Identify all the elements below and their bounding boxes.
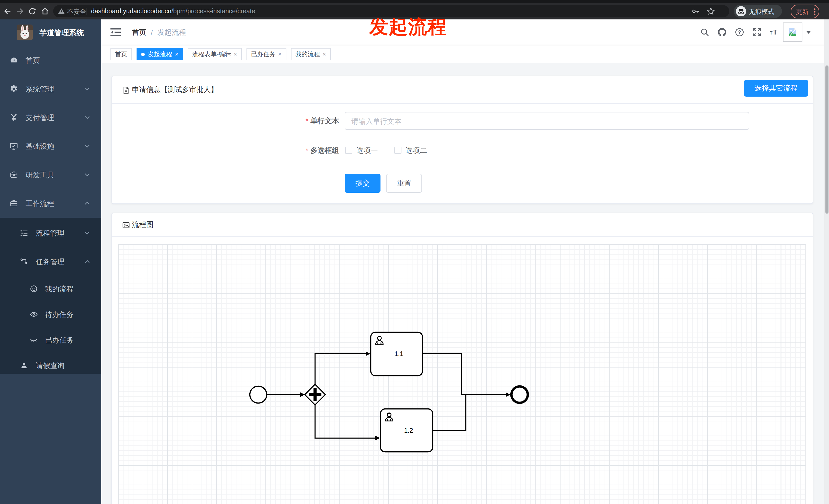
arrowhead bbox=[506, 392, 510, 397]
diagram-card-title: 流程图 bbox=[132, 220, 153, 230]
choose-other-process-button[interactable]: 选择其它流程 bbox=[744, 80, 808, 96]
reload-icon[interactable] bbox=[28, 7, 36, 15]
url-path: /bpm/process-instance/create bbox=[171, 8, 255, 15]
text-field-label: *单行文本 bbox=[112, 117, 339, 126]
document-icon bbox=[122, 86, 130, 94]
bookmark-star-icon[interactable] bbox=[707, 7, 715, 15]
checkbox-option-2[interactable] bbox=[394, 147, 401, 154]
tag-tab-create-process[interactable]: 发起流程× bbox=[137, 48, 183, 60]
gear-icon bbox=[10, 85, 18, 93]
single-line-text-input[interactable] bbox=[345, 112, 749, 130]
url-host: dashboard.yudao.iocoder.cn bbox=[91, 8, 171, 15]
browser-update-button[interactable]: 更新 bbox=[791, 5, 819, 18]
avatar-caret-down-icon[interactable] bbox=[806, 31, 811, 34]
user-avatar[interactable] bbox=[783, 23, 802, 42]
sidebar-item-payment[interactable]: 支付管理 bbox=[0, 103, 101, 132]
sidebar-item-todo-tasks[interactable]: 待办任务 bbox=[0, 302, 101, 327]
browser-tabstrip bbox=[0, 0, 829, 3]
sidebar-item-label: 研发工具 bbox=[26, 171, 54, 180]
github-icon[interactable] bbox=[718, 28, 727, 37]
task-1-2-label: 1.2 bbox=[404, 427, 413, 434]
yen-icon bbox=[10, 114, 18, 122]
apply-card-header: 申请信息【测试多审批人】 选择其它流程 bbox=[112, 76, 813, 104]
sidebar-item-label: 工作流程 bbox=[26, 199, 54, 208]
help-icon[interactable]: ? bbox=[735, 28, 744, 37]
image-icon bbox=[122, 221, 130, 229]
sidebar-fold-icon[interactable] bbox=[110, 28, 121, 37]
chevron-up-icon bbox=[84, 260, 90, 264]
checkbox-option-1[interactable] bbox=[345, 147, 352, 154]
breadcrumb-home[interactable]: 首页 bbox=[132, 28, 146, 36]
sidebar-item-home[interactable]: 首页 bbox=[0, 46, 101, 75]
chevron-down-icon bbox=[84, 87, 90, 91]
logo-avatar bbox=[17, 25, 33, 40]
close-icon[interactable]: × bbox=[234, 51, 237, 58]
app-title: 芋道管理系统 bbox=[39, 28, 84, 38]
page-scrollbar[interactable] bbox=[824, 20, 829, 504]
checkbox-option-1-label[interactable]: 选项一 bbox=[356, 146, 378, 155]
sidebar-item-label: 首页 bbox=[26, 56, 40, 66]
rabbit-logo-icon bbox=[17, 25, 33, 40]
security-label[interactable]: 不安全 bbox=[67, 8, 86, 16]
bpmn-diagram: 1.1 1.2 bbox=[118, 244, 806, 504]
home-icon[interactable] bbox=[41, 7, 49, 15]
diagram-card-header: 流程图 bbox=[112, 213, 813, 237]
update-label[interactable]: 更新 bbox=[796, 8, 808, 16]
font-size-icon[interactable]: TT bbox=[770, 28, 779, 37]
flow-gateway-to-task2 bbox=[315, 404, 375, 438]
apply-info-card: 申请信息【测试多审批人】 选择其它流程 *单行文本 *多选框组 选项一 选项二 … bbox=[111, 76, 813, 204]
not-secure-warning-icon bbox=[58, 8, 65, 15]
bpmn-end-event bbox=[511, 386, 528, 403]
screenshot-stage: 不安全 dashboard.yudao.iocoder.cn/bpm/proce… bbox=[0, 0, 829, 504]
active-dot bbox=[141, 52, 145, 56]
broken-image-icon bbox=[788, 27, 798, 37]
scrollbar-thumb[interactable] bbox=[825, 66, 828, 214]
reset-button[interactable]: 重置 bbox=[386, 174, 422, 193]
monitor-icon bbox=[10, 142, 18, 150]
chevron-down-icon bbox=[84, 116, 90, 120]
tag-tab-home[interactable]: 首页 bbox=[110, 48, 132, 60]
sidebar-item-label: 流程管理 bbox=[36, 229, 65, 238]
tag-tab-my-process[interactable]: 我的流程× bbox=[291, 48, 331, 60]
sidebar-item-devtools[interactable]: 研发工具 bbox=[0, 160, 101, 189]
sidebar-item-label: 我的流程 bbox=[45, 285, 74, 294]
sidebar-item-done-tasks[interactable]: 已办任务 bbox=[0, 327, 101, 353]
password-key-icon[interactable] bbox=[691, 7, 699, 15]
breadcrumb-separator: / bbox=[151, 28, 153, 36]
checkbox-option-2-label[interactable]: 选项二 bbox=[405, 146, 427, 155]
close-icon[interactable]: × bbox=[175, 51, 178, 58]
sidebar-item-my-process[interactable]: 我的流程 bbox=[0, 276, 101, 302]
close-icon[interactable]: × bbox=[278, 51, 282, 58]
sidebar-item-system[interactable]: 系统管理 bbox=[0, 75, 101, 103]
url-text[interactable]: dashboard.yudao.iocoder.cn/bpm/process-i… bbox=[91, 8, 255, 15]
bpmn-canvas[interactable]: 1.1 1.2 bbox=[118, 244, 806, 504]
url-divider bbox=[86, 8, 86, 15]
required-mark: * bbox=[305, 117, 309, 125]
tags-view-bar: 首页 发起流程× 流程表单-编辑× 已办任务× 我的流程× bbox=[101, 45, 829, 64]
sidebar-item-leave-query[interactable]: 请假查询 bbox=[0, 353, 101, 378]
flow-task1-to-end bbox=[423, 354, 506, 395]
sidebar-item-infrastructure[interactable]: 基础设施 bbox=[0, 132, 101, 160]
task-1-1-label: 1.1 bbox=[395, 350, 403, 357]
incognito-label: 无痕模式 bbox=[749, 8, 774, 16]
sidebar-item-workflow[interactable]: 工作流程 bbox=[0, 189, 101, 218]
search-icon[interactable] bbox=[700, 28, 709, 37]
chevron-down-icon bbox=[84, 173, 90, 177]
fullscreen-icon[interactable] bbox=[752, 28, 761, 37]
tag-tab-done-tasks[interactable]: 已办任务× bbox=[246, 48, 286, 60]
chevron-down-icon bbox=[84, 144, 90, 148]
submit-button[interactable]: 提交 bbox=[345, 174, 381, 193]
browser-menu-icon[interactable] bbox=[814, 8, 816, 15]
sidebar-item-task-mgmt[interactable]: 任务管理 bbox=[0, 247, 101, 276]
chevron-up-icon bbox=[84, 201, 90, 205]
page-content: 申请信息【测试多审批人】 选择其它流程 *单行文本 *多选框组 选项一 选项二 … bbox=[101, 63, 824, 504]
tag-tab-form-edit[interactable]: 流程表单-编辑× bbox=[188, 48, 242, 60]
annotation-text: 发起流程 bbox=[369, 14, 447, 40]
sidebar-item-label: 待办任务 bbox=[45, 310, 74, 319]
back-icon[interactable] bbox=[4, 7, 12, 15]
forward-icon[interactable] bbox=[16, 7, 24, 15]
close-icon[interactable]: × bbox=[322, 51, 326, 58]
smiley-face-icon bbox=[30, 285, 38, 293]
sidebar-item-process-mgmt[interactable]: 流程管理 bbox=[0, 219, 101, 247]
main-area: 首页/发起流程 ? TT 首页 发起流程× 流程表单-编辑× 已办任务× 我的流… bbox=[101, 20, 829, 504]
